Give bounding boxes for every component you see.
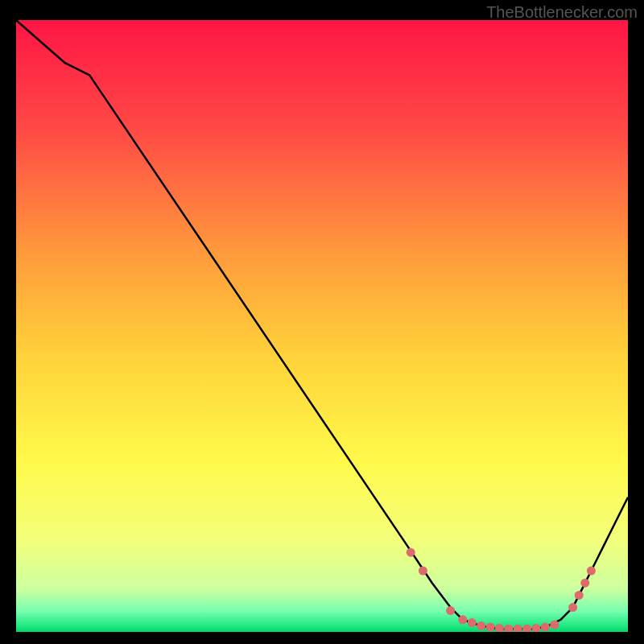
data-point bbox=[568, 603, 577, 612]
data-point bbox=[541, 622, 550, 631]
data-point bbox=[486, 622, 495, 631]
data-point bbox=[468, 618, 477, 627]
data-point bbox=[446, 606, 455, 615]
data-point bbox=[407, 548, 415, 557]
data-point bbox=[580, 579, 589, 588]
data-point bbox=[575, 591, 584, 600]
data-point bbox=[477, 621, 485, 630]
data-point bbox=[458, 615, 467, 624]
data-point bbox=[550, 620, 559, 629]
data-point bbox=[587, 567, 596, 576]
data-point bbox=[419, 567, 427, 576]
gradient-background bbox=[16, 20, 628, 632]
chart-svg bbox=[16, 20, 628, 632]
chart-plot-area bbox=[16, 20, 628, 632]
watermark-text: TheBottlenecker.com bbox=[486, 3, 638, 22]
